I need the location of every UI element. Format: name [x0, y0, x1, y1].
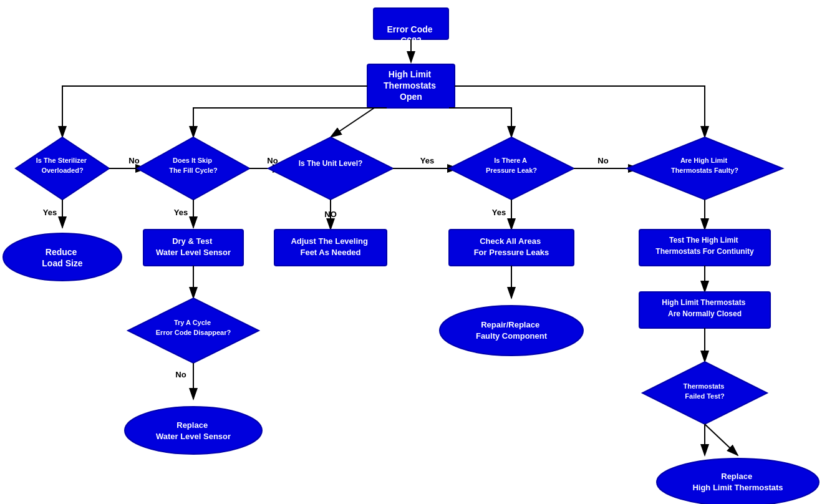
- replace-thermostats-node: [657, 458, 819, 504]
- no-sterilizer-label: No: [128, 156, 139, 165]
- arrow-to-thermo-faulty: [455, 86, 705, 137]
- reduce-load-node: [3, 233, 122, 281]
- repair-replace-node: [440, 306, 583, 356]
- yes-skip-fill-label: Yes: [174, 208, 188, 217]
- yes-pressure-label: Yes: [492, 208, 506, 217]
- flowchart: Error Code C983 High Limit Thermostats O…: [0, 0, 822, 504]
- unit-level-label: Is The Unit Level?: [299, 159, 363, 168]
- no-pressure-label: No: [597, 156, 608, 165]
- yes-to-pressure-label: Yes: [420, 156, 434, 165]
- arrow-to-unit-level: [331, 108, 374, 137]
- no-try-cycle-label: No: [175, 370, 186, 379]
- arrow-to-skip-fill: [193, 108, 387, 137]
- arrow-to-pressure: [449, 108, 511, 137]
- arrow-to-sterilizer: [62, 86, 367, 137]
- unit-level-node: [268, 137, 393, 200]
- replace-sensor-node: [125, 407, 262, 454]
- yes-sterilizer-label: Yes: [43, 208, 57, 217]
- arrow-failed-down: [705, 424, 738, 455]
